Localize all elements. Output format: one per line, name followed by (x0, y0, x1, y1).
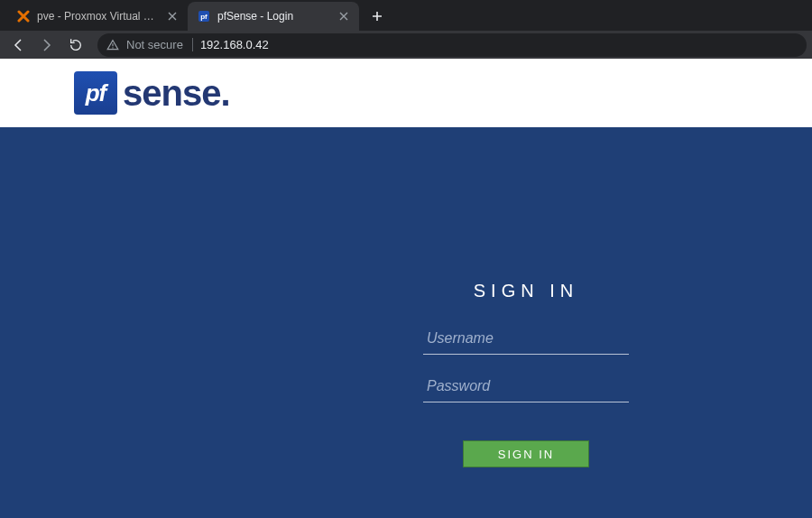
close-icon[interactable] (166, 10, 179, 23)
svg-point-3 (112, 47, 113, 48)
back-button[interactable] (5, 32, 31, 58)
tab-strip: pve - Proxmox Virtual Environme pf pfSen… (0, 0, 812, 31)
page-content: pf sense. SIGN IN SIGN IN (0, 59, 812, 518)
reload-button[interactable] (63, 32, 88, 58)
forward-button[interactable] (34, 32, 60, 58)
url-text: 192.168.0.42 (200, 38, 269, 51)
login-form: SIGN IN SIGN IN (420, 281, 632, 467)
favicon-pfsense: pf (197, 9, 211, 23)
pfsense-logo: pf sense. (74, 71, 230, 115)
logo-mark: pf (74, 71, 117, 115)
logo-mark-text: pf (86, 79, 106, 107)
tab-pfsense[interactable]: pf pfSense - Login (188, 2, 359, 31)
browser-toolbar: Not secure 192.168.0.42 (0, 31, 812, 59)
signin-button[interactable]: SIGN IN (463, 440, 589, 467)
signin-heading: SIGN IN (474, 281, 578, 301)
logo-word: sense. (123, 75, 230, 111)
password-input[interactable] (423, 371, 629, 402)
tab-title: pve - Proxmox Virtual Environme (37, 10, 160, 23)
browser-chrome: pve - Proxmox Virtual Environme pf pfSen… (0, 0, 812, 59)
tab-title: pfSense - Login (217, 10, 331, 23)
login-panel: SIGN IN SIGN IN (0, 127, 812, 518)
page-header: pf sense. (0, 59, 812, 127)
username-input[interactable] (423, 323, 629, 355)
not-secure-icon (106, 39, 119, 51)
tab-proxmox[interactable]: pve - Proxmox Virtual Environme (7, 2, 188, 31)
svg-text:pf: pf (200, 13, 208, 21)
favicon-proxmox (16, 9, 31, 23)
new-tab-button[interactable] (364, 4, 390, 29)
close-icon[interactable] (337, 10, 350, 23)
address-bar[interactable]: Not secure 192.168.0.42 (97, 33, 807, 57)
not-secure-label: Not secure (126, 38, 193, 51)
